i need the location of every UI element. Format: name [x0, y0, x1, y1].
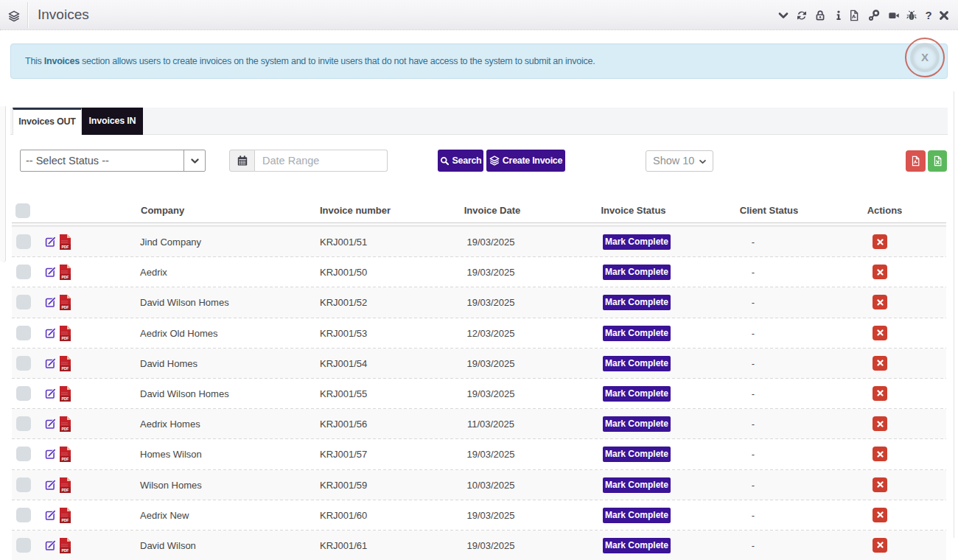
- svg-text:PDF: PDF: [61, 548, 69, 553]
- svg-text:PDF: PDF: [61, 366, 69, 371]
- svg-text:PDF: PDF: [61, 336, 69, 340]
- svg-text:PDF: PDF: [61, 427, 69, 431]
- svg-text:PDF: PDF: [61, 488, 69, 492]
- svg-text:PDF: PDF: [61, 396, 69, 401]
- svg-text:PDF: PDF: [61, 305, 69, 309]
- svg-text:PDF: PDF: [61, 518, 69, 522]
- svg-text:PDF: PDF: [61, 275, 69, 279]
- svg-text:PDF: PDF: [61, 245, 69, 249]
- svg-text:PDF: PDF: [61, 457, 69, 461]
